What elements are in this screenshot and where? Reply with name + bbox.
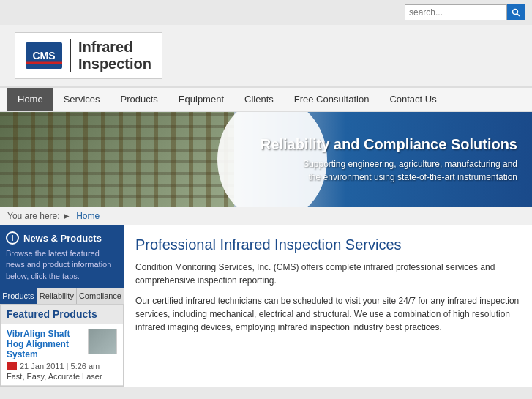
hero-banner: Reliability and Compliance Solutions Sup… bbox=[0, 112, 532, 207]
hero-title: Reliability and Compliance Solutions bbox=[261, 136, 517, 153]
content-para-1: Condition Monitoring Services, Inc. (CMS… bbox=[135, 261, 521, 287]
featured-item: VibrAlign Shaft Hog Alignment System 21 … bbox=[1, 324, 123, 386]
search-input[interactable] bbox=[405, 4, 507, 20]
sidebar-tab-compliance[interactable]: Compliance bbox=[77, 288, 124, 304]
sidebar-news-header: i News & Products bbox=[6, 231, 118, 245]
logo-infrared: Infrared bbox=[78, 39, 151, 56]
content-para-2: Our certified infrared technicians can b… bbox=[135, 294, 521, 334]
sidebar: i News & Products Browse the latest feat… bbox=[0, 225, 124, 387]
featured-item-date: 21 Jan 2011 | 5:26 am bbox=[7, 362, 117, 370]
breadcrumb-prefix: You are here: bbox=[7, 211, 60, 221]
search-button[interactable] bbox=[507, 4, 525, 20]
svg-point-0 bbox=[513, 10, 518, 15]
search-icon bbox=[512, 8, 520, 17]
content-title: Professional Infrared Inspection Service… bbox=[135, 236, 521, 253]
nav-item-services[interactable]: Services bbox=[53, 88, 110, 111]
hero-text: Reliability and Compliance Solutions Sup… bbox=[261, 136, 517, 184]
hero-industrial-bg bbox=[0, 112, 234, 207]
svg-text:CMS: CMS bbox=[32, 50, 55, 61]
logo-container: CMS Infrared Inspection bbox=[15, 32, 162, 79]
logo-text: Infrared Inspection bbox=[70, 39, 151, 72]
calendar-icon bbox=[7, 362, 17, 370]
main-nav: Home Services Products Equipment Clients… bbox=[0, 87, 532, 112]
nav-item-home[interactable]: Home bbox=[7, 88, 53, 111]
nav-item-equipment[interactable]: Equipment bbox=[168, 88, 234, 111]
main-content: i News & Products Browse the latest feat… bbox=[0, 225, 532, 387]
breadcrumb: You are here: ► Home bbox=[0, 207, 532, 225]
featured-item-image bbox=[88, 329, 117, 354]
sidebar-news-title: News & Products bbox=[23, 233, 102, 244]
sidebar-news-text: Browse the latest featured news and prod… bbox=[6, 248, 118, 282]
featured-item-desc: Fast, Easy, Accurate Laser bbox=[7, 372, 117, 381]
breadcrumb-arrow: ► bbox=[62, 211, 73, 221]
header: CMS Infrared Inspection bbox=[0, 25, 532, 87]
logo-inspection: Inspection bbox=[78, 56, 151, 72]
sidebar-tabs: Products Reliability Compliance bbox=[0, 288, 124, 304]
search-container bbox=[405, 4, 525, 20]
svg-line-1 bbox=[517, 14, 520, 17]
top-bar bbox=[0, 0, 532, 25]
sidebar-news-box: i News & Products Browse the latest feat… bbox=[0, 225, 124, 288]
nav-item-contact[interactable]: Contact Us bbox=[379, 88, 446, 111]
nav-item-products[interactable]: Products bbox=[110, 88, 168, 111]
sidebar-tab-reliability[interactable]: Reliability bbox=[37, 288, 77, 304]
sidebar-tab-products[interactable]: Products bbox=[0, 288, 37, 304]
content-area: Professional Infrared Inspection Service… bbox=[124, 225, 532, 387]
breadcrumb-home[interactable]: Home bbox=[76, 211, 100, 221]
nav-item-consultation[interactable]: Free Consultation bbox=[284, 88, 380, 111]
cms-logo: CMS bbox=[26, 42, 62, 69]
info-icon: i bbox=[6, 231, 19, 245]
cms-logo-svg: CMS bbox=[26, 42, 62, 69]
featured-section: Featured Products VibrAlign Shaft Hog Al… bbox=[0, 304, 124, 387]
featured-title: Featured Products bbox=[1, 305, 123, 324]
nav-item-clients[interactable]: Clients bbox=[234, 88, 284, 111]
hero-subtitle: Supporting engineering, agriculture, man… bbox=[261, 157, 517, 184]
